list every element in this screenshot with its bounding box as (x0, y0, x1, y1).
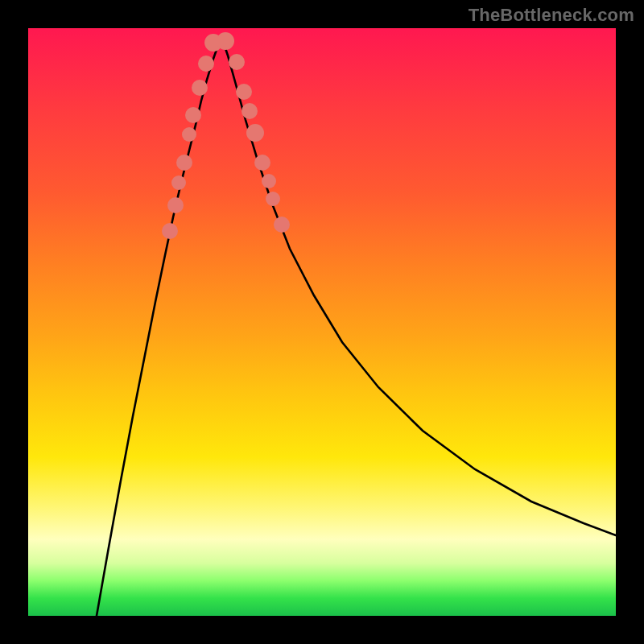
plot-area (28, 28, 616, 616)
chart-frame: TheBottleneck.com (0, 0, 644, 644)
background-gradient (28, 28, 616, 616)
watermark-label: TheBottleneck.com (469, 5, 634, 26)
